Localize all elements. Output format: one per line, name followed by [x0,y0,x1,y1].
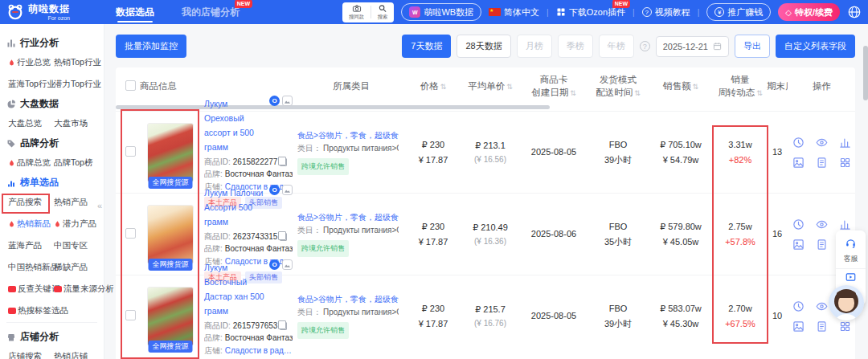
sort-icon[interactable] [634,89,641,97]
preview-icon[interactable] [816,218,828,230]
assistant-avatar[interactable] [829,285,864,320]
sidebar-item[interactable]: 反查关键词 [8,284,54,295]
find-source-badge[interactable]: 全网搜货源 [149,259,193,271]
batch-monitor-button[interactable]: 批量添加监控 [116,35,186,58]
col-sales[interactable]: 销售额 [648,80,714,92]
date-picker[interactable]: 2025-12-21 [656,36,729,57]
search-button[interactable]: 搜索 [375,4,391,21]
sidebar-item[interactable]: 稀缺产品 [54,262,104,273]
sidebar-item[interactable]: 流量来源分析 [54,284,104,295]
product-title-link[interactable]: Лукум Палочки Ассорти 500 грамм [204,188,263,226]
sidebar-item[interactable]: 中国专区 [54,240,104,251]
tab-data-selection[interactable]: 数据选品 [116,0,154,24]
report-icon[interactable] [816,239,828,251]
range-button[interactable]: 季榜 [558,35,593,58]
ozon-link-icon[interactable] [269,259,280,270]
range-button[interactable]: 28天数据 [457,35,510,58]
info-icon[interactable] [640,41,650,51]
vertical-scrollbar[interactable] [863,46,868,100]
tab-my-shop-analysis[interactable]: 我的店铺分析NEW [182,0,240,24]
row-checkbox[interactable] [125,310,136,320]
category-path-link[interactable]: 食品>谷物片，零食，超级食物>土... [297,211,399,224]
sort-icon[interactable] [756,89,763,97]
row-checkbox[interactable] [125,228,136,239]
col-quantity[interactable]: 销量周转动态 [714,73,767,99]
row-checkbox[interactable] [125,146,136,157]
col-avg-price[interactable]: 平均单价 [461,80,519,92]
sidebar-item[interactable]: 潜力Top行业 [54,79,104,90]
col-shipping[interactable]: 发货模式配送时间 [588,73,648,99]
sidebar-section-brand[interactable]: 品牌分析 [6,137,104,150]
sidebar-section-industry[interactable]: 行业分析 [6,36,104,50]
monitor-icon[interactable] [792,137,805,149]
copy-icon[interactable] [280,158,287,166]
sort-icon[interactable] [440,83,447,91]
download-plugin-button[interactable]: 下载Ozon插件 NEW [556,6,625,18]
sidebar-item[interactable]: 热销Top行业 [54,57,104,68]
report-icon[interactable] [816,320,828,332]
customize-columns-button[interactable]: 自定义列表字段 [776,35,855,58]
globe-icon[interactable] [847,5,862,19]
range-button[interactable]: 7天数据 [402,35,451,58]
sort-icon[interactable] [570,89,576,97]
sidebar-item[interactable]: 热销店铺 [54,351,104,359]
sidebar-item[interactable]: 热搜标签选品 [8,305,54,316]
preview-icon[interactable] [816,137,828,149]
vip-renew-button[interactable]: 特权/续费 [778,3,840,21]
customer-service-button[interactable]: 客服 [836,235,866,268]
gallery-icon[interactable] [792,320,805,332]
wb-data-button[interactable]: 萌啦WB数据 [401,3,481,21]
gallery-icon[interactable] [792,157,805,169]
video-tutorial-button[interactable]: 视频教程 [642,6,690,18]
product-title-link[interactable]: Лукум Восточный Дастар хан 500 грамм [204,263,264,316]
image-search-icon[interactable] [282,96,293,106]
find-source-badge[interactable]: 全网搜货源 [149,177,193,189]
copy-icon[interactable] [280,233,287,241]
sidebar-section-shop[interactable]: 店铺分析 [6,330,104,344]
col-created-date[interactable]: 商品卡创建日期 [519,73,588,99]
apps-icon[interactable] [839,320,851,332]
sidebar-item[interactable]: 中国热销新品 [8,262,54,273]
app-logo[interactable]: 萌啦数据 For ozon [6,3,109,21]
copy-icon[interactable] [280,322,287,330]
trend-icon[interactable] [839,137,851,149]
select-all-checkbox[interactable] [125,80,136,91]
sidebar-item[interactable]: 热销新品 [8,218,54,230]
gallery-icon[interactable] [792,239,805,251]
sidebar-item[interactable]: 产品搜索 [8,197,54,208]
image-search-button[interactable]: 搜同款 [346,4,367,21]
language-switcher[interactable]: 简体中文 [489,6,539,18]
product-image[interactable] [147,123,194,182]
trend-icon[interactable] [839,218,851,230]
range-button[interactable]: 月榜 [517,35,552,58]
category-path-link[interactable]: 食品>谷物片，零食，超级食物>土... [297,293,399,306]
monitor-icon[interactable] [792,300,805,312]
shop-link[interactable]: Сладости в радость! [225,345,293,357]
ozon-link-icon[interactable] [269,185,280,195]
sidebar-section-ranking[interactable]: 榜单选品 [6,176,104,190]
sidebar-item[interactable]: 大盘市场 [54,118,104,129]
sidebar-item[interactable]: 品牌Top榜 [54,157,104,169]
image-search-icon[interactable] [282,259,293,270]
category-path-link[interactable]: 食品>谷物片，零食，超级食物>土... [297,129,399,142]
promote-earn-button[interactable]: 推广赚钱 [706,3,771,21]
sort-icon[interactable] [692,83,698,91]
find-source-badge[interactable]: 全网搜货源 [149,341,193,353]
product-image[interactable] [147,205,194,264]
sidebar-item[interactable]: 店铺搜索 [8,351,54,359]
range-button[interactable]: 年榜 [599,35,634,58]
monitor-icon[interactable] [792,218,805,230]
sidebar-item[interactable]: 蓝海产品 [8,240,54,251]
preview-icon[interactable] [816,300,828,312]
image-search-icon[interactable] [282,185,293,195]
sort-icon[interactable] [506,83,513,91]
product-title-link[interactable]: Лукум Ореховый ассорт и 500 грамм [204,99,254,152]
export-button[interactable]: 导出 [735,35,770,58]
apps-icon[interactable] [839,157,851,169]
sidebar-item[interactable]: 大盘总览 [8,118,54,129]
report-icon[interactable] [816,157,828,169]
sidebar-section-market[interactable]: 大盘数据 [6,97,104,111]
sidebar-collapse-button[interactable] [97,201,102,210]
col-price[interactable]: 价格 [405,80,461,92]
sidebar-item[interactable]: 行业总览 [8,57,54,68]
